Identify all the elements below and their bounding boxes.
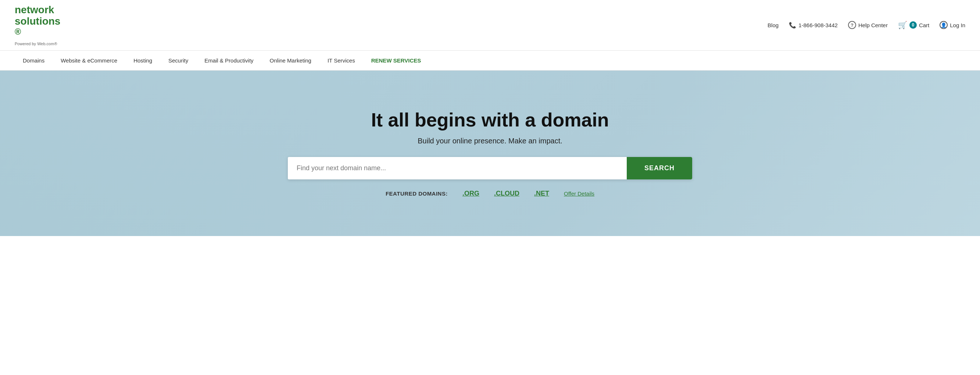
login-button[interactable]: 👤 Log In [940,21,965,29]
site-header: network solutions® Powered by Web.com® B… [0,0,980,51]
logo-line1: network [15,5,60,16]
cart-badge: 0 [909,21,917,29]
hero-section: It all begins with a domain Build your o… [0,71,980,236]
login-label: Log In [950,22,965,28]
question-icon: ? [848,21,856,29]
blog-link[interactable]: Blog [768,22,778,28]
cart-icon: 🛒 [898,21,907,29]
hero-title: It all begins with a domain [371,109,609,131]
hero-subtitle: Build your online presence. Make an impa… [418,137,562,145]
help-center-label: Help Center [858,22,888,28]
domain-link-net[interactable]: .NET [534,190,549,197]
cart-label: Cart [919,22,929,28]
domain-search-bar: SEARCH [288,157,692,180]
nav-item-email[interactable]: Email & Productivity [196,51,261,70]
nav-item-website[interactable]: Website & eCommerce [52,51,125,70]
help-center-link[interactable]: ? Help Center [848,21,888,29]
nav-item-security[interactable]: Security [160,51,196,70]
nav-item-domains[interactable]: Domains [15,51,52,70]
logo-powered: Powered by Web.com® [15,41,60,46]
domain-link-org[interactable]: .ORG [463,190,479,197]
logo-line2: solutions® [15,16,60,41]
cart-button[interactable]: 🛒 0 Cart [898,21,929,29]
logo-text: network solutions® [15,5,60,41]
nav-renew-services[interactable]: RENEW SERVICES [363,51,430,70]
nav-item-it[interactable]: IT Services [320,51,363,70]
logo[interactable]: network solutions® Powered by Web.com® [15,5,60,46]
offer-details-link[interactable]: Offer Details [564,191,594,197]
featured-domains-row: FEATURED DOMAINS: .ORG .CLOUD .NET Offer… [386,190,594,197]
phone-area[interactable]: 📞 1-866-908-3442 [789,22,838,29]
nav-item-marketing[interactable]: Online Marketing [262,51,320,70]
phone-icon: 📞 [789,22,796,29]
main-nav: Domains Website & eCommerce Hosting Secu… [0,51,980,71]
domain-link-cloud[interactable]: .CLOUD [494,190,519,197]
search-button[interactable]: SEARCH [627,157,692,180]
domain-search-input[interactable] [288,157,627,180]
user-icon: 👤 [940,21,948,29]
featured-label: FEATURED DOMAINS: [386,191,448,197]
nav-item-hosting[interactable]: Hosting [125,51,160,70]
header-right: Blog 📞 1-866-908-3442 ? Help Center 🛒 0 … [768,21,965,29]
phone-number: 1-866-908-3442 [799,22,838,28]
hero-content: It all begins with a domain Build your o… [0,109,980,197]
